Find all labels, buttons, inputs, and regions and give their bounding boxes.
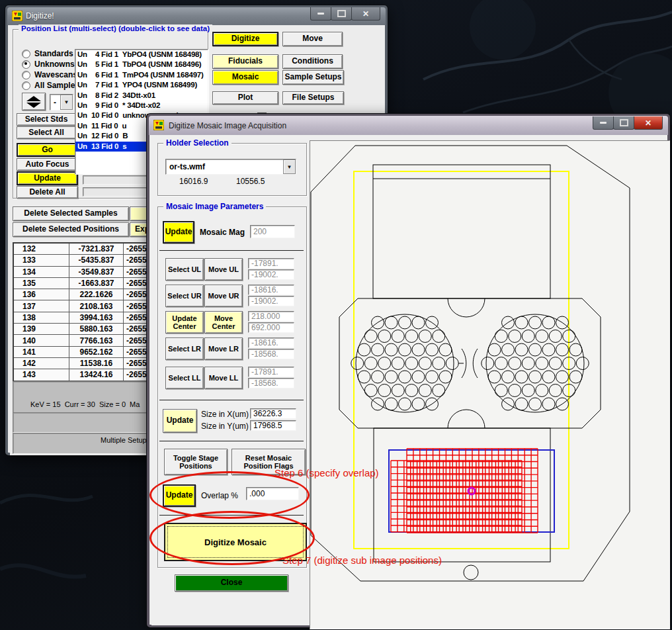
size-y-label: Size in Y(um) — [201, 422, 249, 431]
position-list-item[interactable]: Un 8 Fid 2 34Dtt-x01 — [75, 91, 208, 101]
radio-label: Wavescans — [34, 70, 77, 79]
auto-focus-button[interactable]: Auto Focus — [17, 158, 78, 171]
position-spinner[interactable] — [22, 93, 46, 111]
update-center-x-field[interactable]: 218.000 — [248, 311, 294, 322]
table-cell: 142 — [14, 358, 69, 369]
table-cell: -7321.837 — [69, 244, 124, 255]
mosaic-button[interactable]: Mosaic — [212, 70, 278, 85]
radio-circle-icon[interactable] — [22, 50, 30, 58]
radio-circle-icon[interactable] — [22, 71, 30, 79]
position-list-item[interactable]: Un 7 Fid 1 YPO4 (USNM 168499) — [75, 80, 208, 90]
table-cell: 9652.162 — [69, 347, 124, 358]
select-lr-y-field[interactable]: -18568. — [248, 349, 294, 359]
select-ur-button[interactable]: Select UR — [165, 285, 204, 307]
move-ul-button[interactable]: Move UL — [204, 258, 243, 281]
table-cell: 3994.163 — [69, 312, 124, 324]
move-lr-button[interactable]: Move LR — [204, 338, 243, 360]
table-cell: 139 — [14, 324, 69, 335]
step6-note: Step 6 (specify overlap) — [274, 467, 379, 478]
minimize-icon[interactable] — [310, 7, 331, 21]
table-cell: 143 — [14, 369, 69, 381]
table-cell: 132 — [14, 244, 69, 255]
table-cell: 137 — [14, 300, 69, 312]
move-button[interactable]: Move — [282, 32, 343, 46]
select-ur-x-field[interactable]: -18616. — [248, 285, 294, 295]
size-x-label: Size in X(um) — [201, 410, 249, 419]
window-title: Digitize! — [26, 11, 54, 21]
select-stds-button[interactable]: Select Stds — [17, 113, 76, 126]
multiple-setup-label: Multiple Setup — [101, 436, 147, 444]
update-center-y-field[interactable]: 692.000 — [248, 322, 294, 333]
delete-all-button[interactable]: Delete All — [17, 186, 78, 199]
mosaic-mag-label: Mosaic Mag — [200, 228, 245, 237]
mosaic-mag-input[interactable] — [250, 225, 295, 238]
position-list-item[interactable]: Un 5 Fid 1 TbPO4 (USNM 168496) — [75, 60, 208, 69]
table-cell: 138 — [14, 312, 69, 324]
radio-wavescans[interactable]: Wavescans — [22, 70, 77, 79]
close-button[interactable]: Close — [175, 574, 288, 592]
position-list-item[interactable]: Un 6 Fid 1 TmPO4 (USNM 168497) — [75, 70, 208, 80]
select-ul-button[interactable]: Select UL — [165, 258, 204, 281]
select-ll-button[interactable]: Select LL — [165, 367, 204, 389]
close-icon[interactable]: ✕ — [634, 116, 663, 130]
table-cell: 11538.16 — [69, 358, 124, 369]
select-ll-y-field[interactable]: -18568. — [248, 378, 294, 388]
holder-file-dropdown[interactable]: or-ts.wmf ▼ — [165, 159, 296, 175]
update-mag-button[interactable]: Update — [163, 221, 194, 244]
fiducials-button[interactable]: Fiducials — [212, 54, 278, 69]
position-list-item[interactable]: Un 9 Fid 0 * 34Dtt-x02 — [75, 101, 208, 111]
move-ll-button[interactable]: Move LL — [204, 367, 243, 389]
select-ul-y-field[interactable]: -19002. — [248, 269, 294, 280]
radio-circle-icon[interactable] — [22, 60, 30, 69]
size-y-field[interactable]: 17968.5 — [250, 420, 296, 431]
conditions-button[interactable]: Conditions — [282, 54, 343, 69]
close-icon[interactable]: ✕ — [351, 7, 380, 21]
holder-x-value: 16016.9 — [179, 177, 208, 186]
move-ur-button[interactable]: Move UR — [204, 285, 243, 307]
chevron-down-icon[interactable]: ▼ — [60, 95, 73, 110]
move-center-button[interactable]: Move Center — [204, 311, 243, 334]
size-x-field[interactable]: 36226.3 — [250, 408, 296, 419]
select-ll-x-field[interactable]: -17891. — [248, 367, 294, 377]
select-lr-x-field[interactable]: -18616. — [248, 338, 294, 348]
holder-selection-legend: Holder Selection — [163, 138, 231, 148]
minimize-icon[interactable] — [593, 116, 614, 130]
mosaic-dialog-titlebar[interactable]: Digitize Mosaic Image Acquisition ✕ — [149, 116, 668, 135]
table-cell: 140 — [14, 335, 69, 346]
go-button[interactable]: Go — [17, 143, 78, 157]
table-cell: 13424.16 — [69, 369, 124, 381]
fiducial-set-dropdown[interactable]: - ▼ — [50, 94, 73, 111]
digitize-titlebar[interactable]: Digitize! ✕ — [7, 7, 386, 25]
plot-button[interactable]: Plot — [212, 91, 278, 105]
select-ul-x-field[interactable]: -17891. — [248, 258, 294, 269]
radio-all-samples[interactable]: All Samples — [22, 81, 79, 90]
update-center-button[interactable]: Update Center — [165, 311, 204, 334]
delete-selected-positions-button[interactable]: Delete Selected Positions — [13, 222, 129, 237]
spin-up-icon[interactable] — [26, 96, 41, 101]
radio-label: Unknowns — [34, 60, 75, 69]
radio-circle-icon[interactable] — [22, 81, 30, 90]
radio-standards[interactable]: Standards — [22, 49, 73, 58]
select-lr-button[interactable]: Select LR — [165, 338, 204, 360]
table-cell: -1663.837 — [69, 278, 124, 289]
delete-selected-samples-button[interactable]: Delete Selected Samples — [13, 206, 129, 221]
select-all-button[interactable]: Select All — [17, 126, 76, 139]
radio-label: All Samples — [34, 81, 79, 90]
holder-y-value: 10556.5 — [236, 177, 265, 186]
table-cell: 2108.163 — [69, 300, 124, 312]
sample-setups-button[interactable]: Sample Setups — [282, 70, 344, 85]
table-cell: 141 — [14, 347, 69, 358]
update-button[interactable]: Update — [17, 171, 78, 185]
select-ur-y-field[interactable]: -19002. — [248, 296, 294, 306]
radio-unknowns[interactable]: Unknowns — [22, 60, 75, 69]
file-setups-button[interactable]: File Setups — [282, 91, 344, 105]
spin-down-icon[interactable] — [26, 103, 41, 108]
chevron-down-icon[interactable]: ▼ — [283, 159, 296, 174]
step7-note: Step 7 (digitize sub image positions) — [282, 555, 442, 566]
maximize-icon[interactable] — [613, 116, 634, 130]
digitize-button[interactable]: Digitize — [212, 32, 278, 46]
table-cell: 7766.163 — [69, 335, 124, 346]
update-size-button[interactable]: Update — [163, 409, 197, 433]
position-list-item[interactable]: Un 4 Fid 1 YbPO4 (USNM 168498) — [75, 50, 208, 60]
maximize-icon[interactable] — [331, 7, 352, 21]
